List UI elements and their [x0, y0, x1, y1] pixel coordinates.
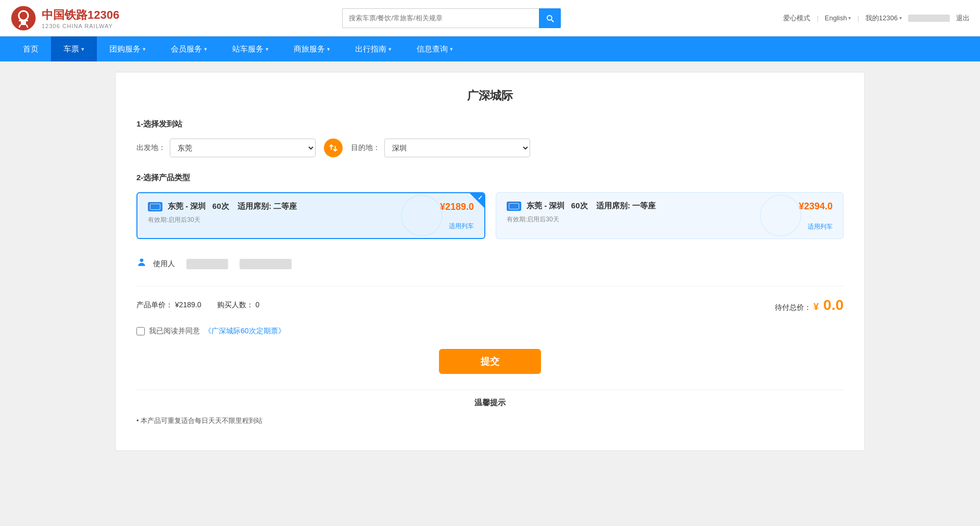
buyer-count-value: 0	[255, 300, 259, 309]
nav-item-group[interactable]: 团购服务 ▾	[97, 36, 158, 61]
nav-business-label: 商旅服务	[294, 44, 325, 54]
agreement-prefix: 我已阅读并同意	[149, 327, 200, 336]
passenger-name-blurred	[186, 259, 228, 269]
page-title: 广深城际	[136, 88, 844, 104]
language-selector[interactable]: English ▾	[825, 14, 851, 22]
nav-station-chevron-icon: ▾	[266, 46, 269, 53]
logo-area: 中国铁路12306 12306 CHINA RAILWAY	[10, 5, 119, 31]
svg-rect-2	[19, 20, 28, 21]
nav-station-label: 站车服务	[232, 44, 263, 54]
nav-member-label: 会员服务	[171, 44, 202, 54]
search-area	[342, 8, 561, 28]
search-icon	[545, 14, 555, 23]
logo-title: 中国铁路12306	[42, 7, 119, 23]
agreement-checkbox[interactable]	[136, 327, 145, 335]
main-container: 广深城际 1-选择发到站 出发地： 东莞 广州 深圳 目的地： 深圳 广州 东莞	[115, 72, 865, 451]
svg-rect-3	[21, 21, 26, 25]
nav-business-chevron-icon: ▾	[327, 46, 330, 53]
tips-title: 温馨提示	[136, 398, 844, 408]
nav-item-business[interactable]: 商旅服务 ▾	[281, 36, 343, 61]
search-button[interactable]	[539, 8, 561, 28]
account-chevron-icon: ▾	[899, 15, 902, 21]
departure-select[interactable]: 东莞 广州 深圳	[170, 139, 316, 157]
unit-price-label: 产品单价：	[136, 300, 173, 309]
unit-price-value: ¥2189.0	[175, 300, 202, 309]
divider-2	[136, 390, 844, 390]
buyer-count-label: 购买人数：	[217, 300, 254, 309]
nav-guide-label: 出行指南	[355, 44, 386, 54]
nav-group-chevron-icon: ▾	[143, 46, 146, 53]
nav-item-member[interactable]: 会员服务 ▾	[158, 36, 220, 61]
separator1: |	[816, 14, 818, 22]
price-row: 产品单价： ¥2189.0 购买人数： 0 待付总价： ¥ 0.0	[136, 294, 844, 316]
nav-group-label: 团购服务	[109, 44, 141, 54]
card-0-route: 东莞 - 深圳 60次 适用席别: 二等座	[168, 202, 297, 211]
logo-icon	[10, 5, 36, 31]
divider-1	[136, 286, 844, 286]
passenger-label: 使用人	[153, 259, 175, 269]
passenger-id-blurred	[240, 259, 292, 269]
separator2: |	[857, 14, 859, 22]
total-label: 待付总价：	[775, 303, 811, 311]
language-label: English	[825, 14, 847, 22]
card-1-trains-link[interactable]: 适用列车	[808, 222, 833, 231]
price-left: 产品单价： ¥2189.0 购买人数： 0	[136, 300, 259, 310]
card-0-trains-link[interactable]: 适用列车	[449, 222, 474, 231]
destination-select[interactable]: 深圳 广州 东莞	[384, 139, 530, 157]
card-icon-1	[507, 202, 521, 211]
unit-price-display: 产品单价： ¥2189.0	[136, 300, 202, 310]
passenger-icon	[136, 257, 147, 270]
nav-item-info[interactable]: 信息查询 ▾	[404, 36, 466, 61]
price-right: 待付总价： ¥ 0.0	[775, 297, 844, 314]
agreement-link[interactable]: 《广深城际60次定期票》	[204, 327, 285, 336]
header-right: 爱心模式 | English ▾ | 我的12306 ▾ 退出	[783, 14, 970, 23]
logo-subtitle: 12306 CHINA RAILWAY	[42, 23, 119, 29]
card-1-price: ¥2394.0	[799, 201, 833, 212]
departure-field: 出发地： 东莞 广州 深圳	[136, 139, 316, 157]
product-cards: ✓ 东莞 - 深圳 60次 适用席别: 二等座 有效期:启用后30天 ¥2189…	[136, 192, 844, 239]
agreement-row: 我已阅读并同意 《广深城际60次定期票》	[136, 327, 844, 336]
nav-bar: 首页 车票 ▾ 团购服务 ▾ 会员服务 ▾ 站车服务 ▾ 商旅服务 ▾ 出行指南…	[0, 36, 980, 61]
nav-tickets-label: 车票	[64, 44, 79, 54]
card-1-route: 东莞 - 深圳 60次 适用席别: 一等座	[526, 201, 656, 211]
search-input[interactable]	[342, 8, 539, 28]
departure-label: 出发地：	[136, 143, 166, 153]
submit-button[interactable]: 提交	[439, 349, 541, 374]
passenger-row: 使用人	[136, 252, 844, 275]
nav-info-chevron-icon: ▾	[450, 46, 453, 53]
svg-point-0	[11, 6, 35, 30]
station-row: 出发地： 东莞 广州 深圳 目的地： 深圳 广州 东莞	[136, 139, 844, 157]
logout-link[interactable]: 退出	[956, 14, 970, 23]
my-account-label: 我的12306	[865, 14, 898, 23]
step2-label: 2-选择产品类型	[136, 173, 844, 183]
nav-guide-chevron-icon: ▾	[388, 46, 392, 53]
nav-item-tickets[interactable]: 车票 ▾	[51, 36, 97, 61]
nav-item-guide[interactable]: 出行指南 ▾	[343, 36, 404, 61]
nav-item-home[interactable]: 首页	[10, 36, 51, 61]
my-account-button[interactable]: 我的12306 ▾	[865, 14, 902, 23]
swap-stations-button[interactable]	[324, 139, 343, 157]
language-chevron-icon: ▾	[848, 15, 851, 21]
header: 中国铁路12306 12306 CHINA RAILWAY 爱心模式 | Eng…	[0, 0, 980, 36]
card-icon-0	[148, 202, 162, 211]
product-card-0[interactable]: ✓ 东莞 - 深圳 60次 适用席别: 二等座 有效期:启用后30天 ¥2189…	[136, 192, 485, 239]
tips-item-0: 本产品可重复适合每日天天不限里程到站	[136, 416, 844, 427]
destination-label: 目的地：	[351, 143, 380, 153]
destination-field: 目的地： 深圳 广州 东莞	[351, 139, 530, 157]
nav-tickets-chevron-icon: ▾	[81, 46, 84, 53]
user-name-blurred	[908, 15, 950, 22]
total-currency: ¥	[813, 302, 819, 312]
nav-member-chevron-icon: ▾	[204, 46, 207, 53]
buyer-count-display: 购买人数： 0	[217, 300, 260, 310]
product-card-1[interactable]: 东莞 - 深圳 60次 适用席别: 一等座 有效期:启用后30天 ¥2394.0…	[496, 192, 844, 239]
step1-label: 1-选择发到站	[136, 119, 844, 129]
submit-area: 提交	[136, 349, 844, 374]
logo-text: 中国铁路12306 12306 CHINA RAILWAY	[42, 7, 119, 29]
nav-info-label: 信息查询	[417, 44, 448, 54]
love-mode-link[interactable]: 爱心模式	[783, 14, 810, 23]
card-1-watermark	[760, 195, 801, 236]
svg-point-6	[140, 259, 144, 262]
nav-item-station[interactable]: 站车服务 ▾	[220, 36, 281, 61]
card-0-watermark	[401, 195, 443, 236]
card-0-price: ¥2189.0	[440, 202, 474, 212]
